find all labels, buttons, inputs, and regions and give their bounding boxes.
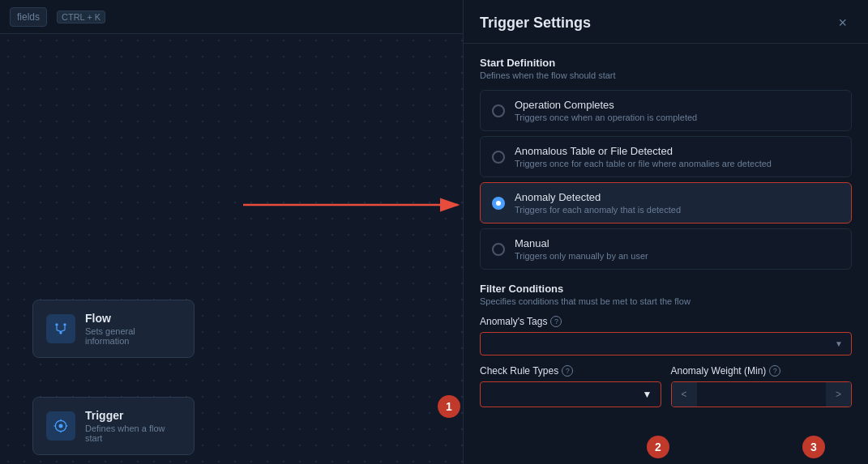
option-title-anomaly-detected: Anomaly Detected: [515, 191, 681, 203]
check-rule-types-select[interactable]: ▼: [480, 381, 661, 407]
flow-card-subtitle: Sets general information: [85, 326, 181, 346]
radio-manual: [492, 243, 505, 256]
check-rule-chevron-icon: ▼: [643, 389, 652, 400]
anomaly-tags-chevron-icon: ▼: [835, 339, 843, 348]
svg-point-2: [59, 331, 62, 334]
search-box[interactable]: fields: [10, 7, 47, 27]
trigger-icon: [46, 411, 75, 441]
check-rule-col: Check Rule Types ? ▼: [480, 365, 661, 407]
anomaly-tags-label: Anomaly's Tags ?: [480, 316, 852, 327]
flow-card[interactable]: Flow Sets general information: [32, 300, 195, 358]
check-rule-types-label: Check Rule Types ?: [480, 365, 661, 377]
anomaly-weight-stepper[interactable]: < >: [671, 381, 853, 407]
badge-2-overlay: 2: [647, 436, 669, 458]
start-definition-title: Start Definition: [480, 57, 852, 69]
check-rule-types-label-text: Check Rule Types: [480, 365, 558, 377]
check-rule-types-help-icon[interactable]: ?: [562, 365, 573, 377]
svg-point-0: [55, 323, 58, 326]
panel-content: Start Definition Defines when the flow s…: [464, 44, 868, 464]
anomaly-weight-label-text: Anomaly Weight (Min): [671, 365, 767, 377]
start-definition-section: Start Definition Defines when the flow s…: [480, 57, 852, 270]
anomaly-weight-help-icon[interactable]: ?: [769, 365, 780, 377]
option-operation-completes[interactable]: Operation Completes Triggers once when a…: [480, 90, 852, 131]
option-title-anomalous-table: Anomalous Table or File Detected: [515, 145, 772, 157]
arrow-indicator: [243, 193, 463, 220]
trigger-card-text: Trigger Defines when a flow start: [85, 409, 181, 443]
anomaly-tags-select[interactable]: ▼: [480, 332, 852, 355]
svg-point-1: [63, 323, 66, 326]
radio-anomalous-table: [492, 151, 505, 164]
right-panel: Trigger Settings × Start Definition Defi…: [463, 0, 868, 464]
trigger-svg-icon: [53, 418, 69, 434]
start-definition-subtitle: Defines when the flow should start: [480, 70, 852, 80]
panel-title: Trigger Settings: [480, 15, 591, 32]
filter-conditions-subtitle: Specifies conditions that must be met to…: [480, 296, 852, 306]
option-desc-anomaly-detected: Triggers for each anomaly that is detect…: [515, 205, 681, 215]
anomaly-weight-label: Anomaly Weight (Min) ?: [671, 365, 853, 377]
search-text: fields: [17, 11, 40, 23]
option-desc-anomalous-table: Triggers once for each table or file whe…: [515, 159, 772, 168]
svg-point-8: [59, 424, 63, 428]
badge-3-overlay: 3: [802, 436, 825, 458]
trigger-card[interactable]: Trigger Defines when a flow start: [32, 397, 195, 455]
option-text-anomalous-table: Anomalous Table or File Detected Trigger…: [515, 145, 772, 168]
svg-line-6: [61, 330, 65, 332]
stepper-increment-button[interactable]: >: [826, 382, 851, 407]
flow-card-title: Flow: [85, 312, 181, 325]
option-title-operation-completes: Operation Completes: [515, 99, 697, 111]
option-desc-operation-completes: Triggers once when an operation is compl…: [515, 113, 697, 122]
radio-operation-completes: [492, 104, 505, 117]
badge-1: 1: [438, 395, 460, 418]
option-anomalous-table[interactable]: Anomalous Table or File Detected Trigger…: [480, 136, 852, 177]
flow-card-text: Flow Sets general information: [85, 312, 181, 346]
close-button[interactable]: ×: [833, 13, 852, 33]
filter-conditions-section: Filter Conditions Specifies conditions t…: [480, 283, 852, 407]
radio-anomaly-detected: [492, 197, 505, 210]
filter-row: Check Rule Types ? ▼ Anomaly Weight (Min…: [480, 365, 852, 407]
stepper-decrement-button[interactable]: <: [672, 382, 697, 407]
filter-conditions-title: Filter Conditions: [480, 283, 852, 295]
option-text-manual: Manual Triggers only manually by an user: [515, 237, 648, 261]
svg-line-4: [57, 330, 61, 332]
left-panel: fields CTRL + K Flow Sets general inform…: [0, 0, 463, 464]
keyboard-shortcut: CTRL + K: [57, 11, 105, 23]
anomaly-weight-col: Anomaly Weight (Min) ? < >: [671, 365, 853, 407]
trigger-card-title: Trigger: [85, 409, 181, 422]
anomaly-tags-help-icon[interactable]: ?: [550, 316, 562, 327]
option-text-operation-completes: Operation Completes Triggers once when a…: [515, 99, 697, 122]
flow-svg-icon: [53, 321, 69, 337]
panel-header: Trigger Settings ×: [464, 0, 868, 44]
option-anomaly-detected[interactable]: Anomaly Detected Triggers for each anoma…: [480, 182, 852, 223]
trigger-card-subtitle: Defines when a flow start: [85, 424, 181, 443]
anomaly-tags-label-text: Anomaly's Tags: [480, 316, 547, 327]
top-bar: fields CTRL + K: [0, 0, 463, 34]
option-desc-manual: Triggers only manually by an user: [515, 251, 648, 261]
option-title-manual: Manual: [515, 237, 648, 249]
option-manual[interactable]: Manual Triggers only manually by an user: [480, 228, 852, 270]
flow-icon: [46, 314, 75, 343]
option-text-anomaly-detected: Anomaly Detected Triggers for each anoma…: [515, 191, 681, 215]
